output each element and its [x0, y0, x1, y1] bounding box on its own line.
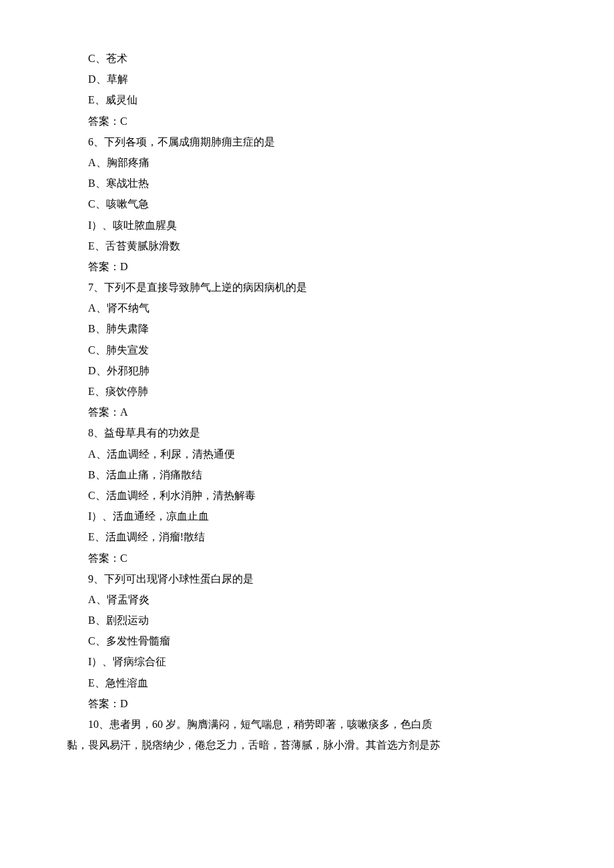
- text-line: C、活血调经，利水消肿，清热解毒: [67, 485, 547, 506]
- text-line: D、外邪犯肺: [67, 360, 547, 381]
- text-line: 答案：D: [67, 693, 547, 714]
- text-line: C、咳嗽气急: [67, 193, 547, 214]
- text-line: I）、肾病综合征: [67, 651, 547, 672]
- text-line: E、威灵仙: [67, 89, 547, 110]
- text-line: 答案：A: [67, 402, 547, 422]
- text-line: A、活血调经，利尿，清热通便: [67, 444, 547, 464]
- text-line: B、肺失肃降: [67, 318, 547, 339]
- text-line: 答案：C: [67, 111, 547, 131]
- text-line: 9、下列可出现肾小球性蛋白尿的是: [67, 568, 547, 589]
- text-line: E、急性溶血: [67, 673, 547, 693]
- text-line: 答案：D: [67, 256, 547, 277]
- text-line: E、痰饮停肺: [67, 381, 547, 402]
- text-line: I）、咳吐脓血腥臭: [67, 215, 547, 236]
- text-line: 10、患者男，60 岁。胸膺满闷，短气喘息，稍劳即著，咳嗽痰多，色白质: [67, 714, 547, 735]
- text-line: A、肾不纳气: [67, 298, 547, 318]
- text-line: E、活血调经，消瘤!散结: [67, 526, 547, 547]
- text-line: A、胸部疼痛: [67, 152, 547, 173]
- text-line: A、肾盂肾炎: [67, 589, 547, 610]
- document-body: C、苍术D、草解E、威灵仙答案：C6、下列各项，不属成痈期肺痈主症的是A、胸部疼…: [67, 48, 547, 755]
- text-line-wrap: 黏，畏风易汗，脱痞纳少，倦怠乏力，舌暗，苔薄腻，脉小滑。其首选方剂是苏: [67, 735, 547, 755]
- text-line: 6、下列各项，不属成痈期肺痈主症的是: [67, 131, 547, 152]
- text-line: C、肺失宣发: [67, 340, 547, 360]
- text-line: 答案：C: [67, 548, 547, 568]
- text-line: B、寒战壮热: [67, 173, 547, 193]
- text-line: C、苍术: [67, 48, 547, 69]
- text-line: 8、益母草具有的功效是: [67, 422, 547, 443]
- text-line: B、剧烈运动: [67, 610, 547, 630]
- text-line: E、舌苔黄腻脉滑数: [67, 236, 547, 256]
- text-line: B、活血止痛，消痛散结: [67, 464, 547, 485]
- text-line: C、多发性骨髓瘤: [67, 630, 547, 651]
- text-line: I）、活血通经，凉血止血: [67, 506, 547, 526]
- text-line: D、草解: [67, 69, 547, 89]
- text-line: 7、下列不是直接导致肺气上逆的病因病机的是: [67, 277, 547, 298]
